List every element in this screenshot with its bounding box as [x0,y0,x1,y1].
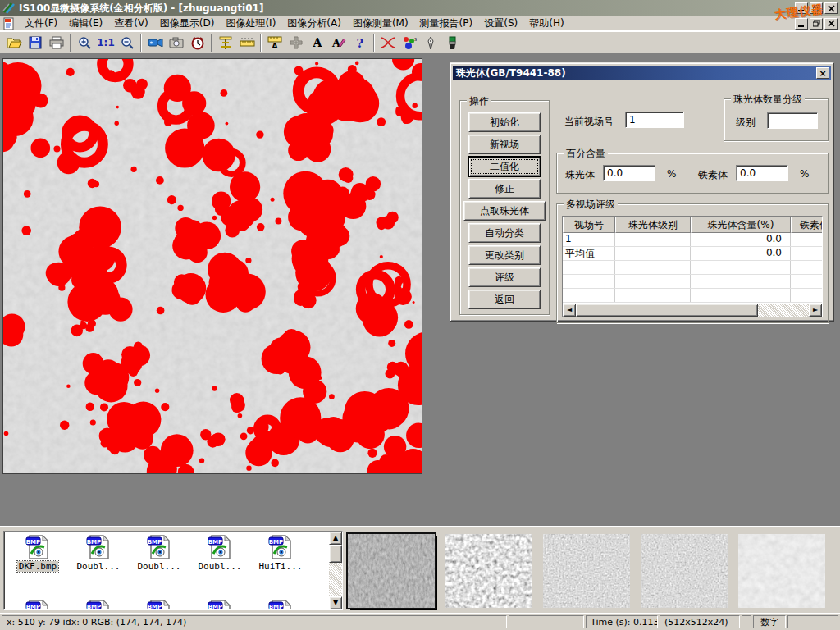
zoom-in-icon[interactable] [74,33,95,52]
scroll-thumb[interactable] [576,304,758,317]
menu-item[interactable]: 测量报告(P) [414,16,479,31]
table-cell [615,233,691,246]
file-item[interactable] [189,599,250,610]
annotate-tool-icon[interactable]: A [328,33,349,52]
scroll-right-button[interactable]: ► [809,304,822,317]
table-cell [615,247,691,260]
menu-item[interactable]: 编辑(E) [63,16,108,31]
file-name: Doubl... [75,561,122,572]
micrograph-image[interactable] [2,58,422,474]
menu-item[interactable]: 帮助(H) [523,16,569,31]
zoom-out-icon[interactable] [116,33,138,52]
scroll-track[interactable] [758,304,809,317]
file-row-partial [7,599,311,610]
thumbnail-3[interactable] [543,534,630,608]
operation-button[interactable]: 点取珠光体 [463,201,546,221]
workspace: 珠光体(GB/T9441-88) × 操作 初始化新视场二值化修正点取珠光体自动… [0,54,840,526]
caliper-measure-icon[interactable] [215,33,236,52]
scroll-left-button[interactable]: ◄ [563,304,576,317]
table-horizontal-scrollbar[interactable]: ◄ ► [563,304,822,317]
text-tool-icon[interactable]: A [307,33,328,52]
bmp-file-icon [85,599,112,610]
window-title: IS100显微摄像系统(金相分析版) - [zhuguangti01] [19,2,263,16]
pearlite-percent-input[interactable] [603,165,655,181]
operation-button[interactable]: 自动分类 [468,223,541,243]
table-row-empty [563,275,822,289]
operation-button[interactable]: 二值化 [468,157,541,176]
file-name: Doubl... [136,561,183,572]
label-measure-icon[interactable]: A [264,33,285,52]
pearlite-dialog: 珠光体(GB/T9441-88) × 操作 初始化新视场二值化修正点取珠光体自动… [450,62,834,322]
image-size-panel: (512x512x24) [660,615,740,628]
grading-group-label: 珠光体数量分级 [731,93,805,107]
child-close-button[interactable] [824,18,838,30]
file-item[interactable]: Doubl... [129,534,189,572]
percent-group-label: 百分含量 [564,147,608,161]
file-item[interactable] [129,599,189,610]
file-list-scrollbar[interactable]: ▲ ▼ [329,532,342,609]
rating-table[interactable]: 视场号珠光体级别珠光体含量(%)铁素体 1 0.0 [562,216,823,317]
file-item[interactable]: HuiTi... [250,534,311,572]
table-row[interactable]: 平均值 0.0 [563,247,822,261]
file-item[interactable]: Doubl... [68,534,129,572]
file-item[interactable] [68,599,129,610]
operation-buttons: 初始化新视场二值化修正点取珠光体自动分类更改类别评级返回 [468,112,541,309]
file-item[interactable] [7,599,68,610]
operation-button[interactable]: 新视场 [468,135,541,154]
brush-tool-icon[interactable] [441,33,463,52]
grade-input[interactable] [767,112,818,129]
operation-button[interactable]: 评级 [468,267,541,287]
phase-classify-icon[interactable]: 3 [399,33,420,52]
current-field-input[interactable] [625,112,684,128]
curve-erase-icon[interactable] [377,33,399,52]
ruler-measure-icon[interactable] [236,33,258,52]
toolbar-separator [211,34,212,52]
operation-button[interactable]: 更改类别 [468,245,541,265]
child-restore-button[interactable] [810,18,823,30]
menu-item[interactable]: 设置(S) [478,16,523,31]
open-file-icon[interactable] [3,33,25,52]
menu-item[interactable]: 图像分析(A) [281,16,347,31]
pen-tool-icon[interactable] [420,33,441,52]
table-cell: 平均值 [563,247,615,260]
thumbnail-5[interactable] [738,534,825,608]
video-capture-icon[interactable] [144,33,166,52]
operation-button[interactable]: 初始化 [468,112,541,132]
menu-item[interactable]: 图像显示(D) [154,16,221,31]
dialog-title: 珠光体(GB/T9441-88) [456,66,566,80]
ferrite-percent-input[interactable] [736,165,788,181]
mode-panel: 数字 [753,615,786,628]
menu-item[interactable]: 查看(V) [108,16,154,31]
table-cell: 0.0 [691,233,791,246]
actual-size-icon[interactable]: 1:1 [95,33,116,52]
save-icon[interactable] [25,33,46,52]
operation-button[interactable]: 返回 [468,290,541,309]
bmp-file-icon [267,534,294,560]
timer-icon[interactable] [187,33,208,52]
menu-item[interactable]: 文件(F) [19,16,63,31]
file-item[interactable] [250,599,311,610]
status-bar: x: 510 y: 79 idx: 0 RGB: (174, 174, 174)… [0,613,840,630]
thumbnail-4[interactable] [641,534,728,608]
thumbnail-2[interactable] [445,534,532,608]
file-item[interactable]: Doubl... [189,534,250,572]
scroll-up-button[interactable]: ▲ [329,532,342,545]
file-list[interactable]: DKF.bmp Doubl... Doubl... Doubl... [3,531,343,610]
help-icon[interactable]: ? [349,33,371,52]
print-icon[interactable] [46,33,67,52]
scroll-track[interactable] [329,563,342,596]
menu-item[interactable]: 图像处理(I) [220,16,281,31]
table-row[interactable]: 1 0.0 [563,233,822,247]
close-button[interactable] [824,2,838,14]
scroll-down-button[interactable]: ▼ [329,596,342,609]
toolbar-separator [373,34,375,52]
operation-button[interactable]: 修正 [468,179,541,199]
menu-item[interactable]: 图像测量(M) [347,16,414,31]
scroll-thumb[interactable] [329,545,342,563]
camera-capture-icon[interactable] [166,33,187,52]
grid-tool-icon[interactable] [285,33,307,52]
dialog-titlebar[interactable]: 珠光体(GB/T9441-88) × [453,66,831,80]
file-item[interactable]: DKF.bmp [7,534,68,572]
dialog-close-button[interactable]: × [816,67,829,79]
thumbnail-1[interactable] [348,534,435,608]
